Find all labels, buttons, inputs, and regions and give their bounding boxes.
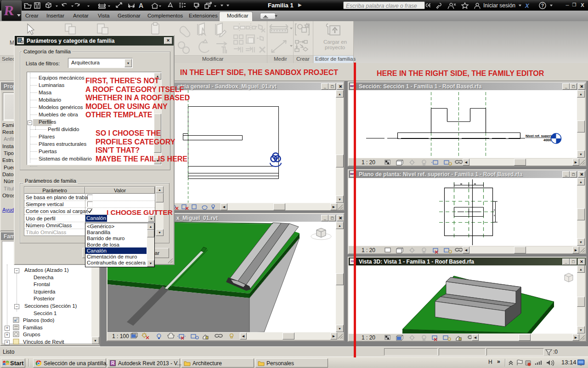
svg-text:?: ?: [541, 3, 544, 8]
svg-text:A: A: [139, 2, 143, 9]
svg-text:Nivel ref. superior: Nivel ref. superior: [526, 134, 555, 138]
svg-text:R: R: [3, 3, 16, 18]
svg-text:4000: 4000: [543, 138, 551, 142]
svg-text:Iniciar sesión: Iniciar sesión: [483, 2, 515, 9]
svg-text:X: X: [525, 2, 530, 9]
